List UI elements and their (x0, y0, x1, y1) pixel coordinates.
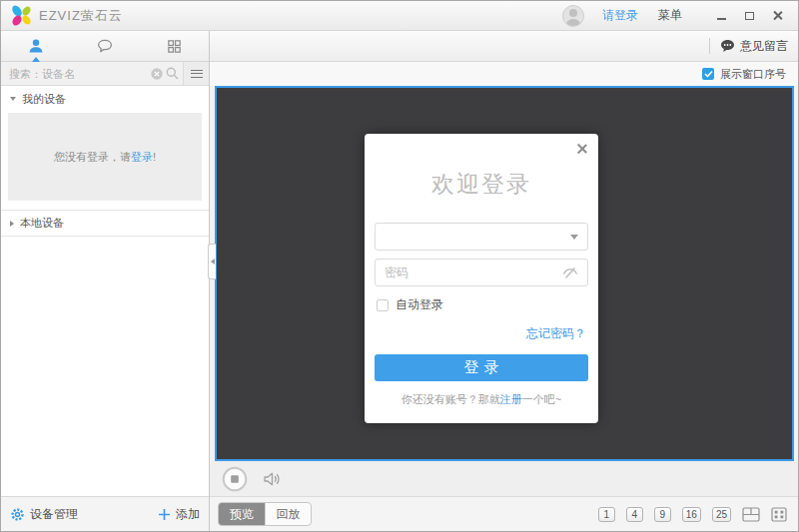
toolbar-divider (709, 38, 710, 54)
my-devices-group[interactable]: 我的设备 (1, 86, 209, 112)
layout-9-button[interactable]: 9 (654, 507, 671, 522)
hamburger-icon (191, 70, 203, 71)
maximize-icon (745, 12, 754, 20)
chevron-right-icon (10, 221, 14, 227)
playback-control-bar (210, 461, 798, 496)
app-title: EZVIZ萤石云 (39, 7, 123, 25)
ezviz-client-window: EZVIZ萤石云 请登录 菜单 (0, 0, 799, 532)
avatar[interactable] (562, 5, 584, 27)
close-icon (772, 10, 783, 21)
main-content: 意见留言 展示窗口序号 欢迎登录 (210, 31, 798, 531)
auto-login-row: 自动登录 (377, 296, 588, 313)
list-options-button[interactable] (183, 62, 209, 85)
register-link[interactable]: 注册 (500, 393, 522, 405)
stop-icon (222, 466, 248, 492)
show-window-number-label: 展示窗口序号 (720, 67, 786, 82)
fullscreen-icon (771, 507, 787, 522)
login-button[interactable]: 登录 (375, 354, 588, 381)
notice-text: 您没有登录，请 (54, 151, 131, 163)
login-dialog: 欢迎登录 自动登录 忘记密码？ (365, 134, 598, 423)
eye-off-icon[interactable] (562, 266, 578, 279)
show-window-number-checkbox[interactable] (702, 68, 714, 80)
auto-login-label: 自动登录 (396, 296, 443, 313)
clear-icon[interactable] (151, 68, 163, 80)
not-logged-in-notice: 您没有登录，请登录! (8, 113, 202, 201)
password-input[interactable] (385, 266, 562, 279)
add-device-button[interactable]: 添加 (158, 506, 200, 523)
my-devices-label: 我的设备 (22, 92, 66, 107)
sidebar: 我的设备 您没有登录，请登录! 本地设备 设备管理 (1, 31, 210, 531)
avatar-person-icon (569, 9, 577, 17)
tab-devices[interactable] (1, 31, 70, 61)
fullscreen-button[interactable] (771, 507, 787, 522)
minimize-button[interactable] (710, 6, 732, 26)
sidebar-bottom-bar: 设备管理 添加 (1, 496, 209, 531)
video-window-1[interactable]: 欢迎登录 自动登录 忘记密码？ (215, 86, 794, 461)
device-tree: 我的设备 您没有登录，请登录! 本地设备 (1, 86, 209, 496)
device-search-bar (1, 62, 209, 86)
titlebar-right: 请登录 菜单 (562, 5, 788, 27)
menu-button[interactable]: 菜单 (658, 7, 682, 24)
username-select[interactable] (375, 223, 588, 251)
speaker-icon (263, 471, 281, 487)
chevron-down-icon (570, 235, 578, 240)
stop-button[interactable] (222, 466, 248, 492)
device-management-button[interactable]: 设备管理 (10, 506, 78, 523)
tab-preview[interactable]: 预览 (219, 503, 265, 525)
collapse-arrow-icon (211, 259, 215, 265)
register-line: 你还没有账号？那就注册一个吧~ (375, 392, 588, 407)
sidebar-collapse-handle[interactable] (208, 244, 216, 279)
person-icon (27, 37, 45, 55)
minimize-icon (717, 18, 726, 20)
dialog-title: 欢迎登录 (375, 169, 588, 200)
window-number-row: 展示窗口序号 (210, 62, 798, 86)
tab-messages[interactable] (70, 31, 139, 61)
check-icon (704, 70, 713, 78)
maximize-button[interactable] (738, 6, 760, 26)
video-region: 欢迎登录 自动登录 忘记密码？ (210, 86, 798, 461)
layout-25-button[interactable]: 25 (712, 507, 731, 522)
layout-buttons: 1 4 9 16 25 (598, 507, 787, 522)
ezviz-logo-icon (12, 5, 32, 26)
close-button[interactable] (766, 6, 788, 26)
tab-gallery[interactable] (140, 31, 209, 61)
bottom-bar: 预览 回放 1 4 9 16 25 (210, 496, 798, 531)
auto-login-checkbox[interactable] (377, 299, 389, 311)
chat-bubble-icon (96, 37, 114, 55)
forgot-password-link[interactable]: 忘记密码？ (526, 326, 586, 340)
search-icon[interactable] (166, 67, 179, 80)
plus-icon (158, 508, 171, 521)
chevron-down-icon (10, 97, 16, 101)
feedback-button[interactable]: 意见留言 (720, 38, 788, 55)
search-input[interactable] (1, 68, 151, 80)
content-toolbar: 意见留言 (210, 31, 798, 62)
grid-icon (166, 38, 183, 55)
layout-1-button[interactable]: 1 (598, 507, 615, 522)
forgot-password-row: 忘记密码？ (375, 323, 586, 342)
titlebar-login-link[interactable]: 请登录 (602, 7, 638, 24)
window-body: 我的设备 您没有登录，请登录! 本地设备 设备管理 (1, 31, 798, 531)
layout-16-button[interactable]: 16 (682, 507, 701, 522)
view-mode-tabs: 预览 回放 (218, 502, 312, 526)
sidebar-tabs (1, 31, 209, 62)
title-bar: EZVIZ萤石云 请登录 菜单 (1, 1, 798, 31)
tab-playback[interactable]: 回放 (265, 503, 311, 525)
notice-login-link[interactable]: 登录 (131, 151, 153, 163)
volume-button[interactable] (263, 471, 281, 487)
layout-4-button[interactable]: 4 (626, 507, 643, 522)
feedback-bubble-icon (720, 39, 735, 53)
custom-split-button[interactable] (742, 507, 760, 522)
dialog-close-icon[interactable] (576, 143, 588, 155)
gear-icon (10, 507, 25, 522)
local-devices-group[interactable]: 本地设备 (1, 210, 209, 237)
split-screen-icon (742, 507, 760, 522)
local-devices-label: 本地设备 (20, 216, 64, 231)
password-field-wrap (375, 259, 588, 286)
